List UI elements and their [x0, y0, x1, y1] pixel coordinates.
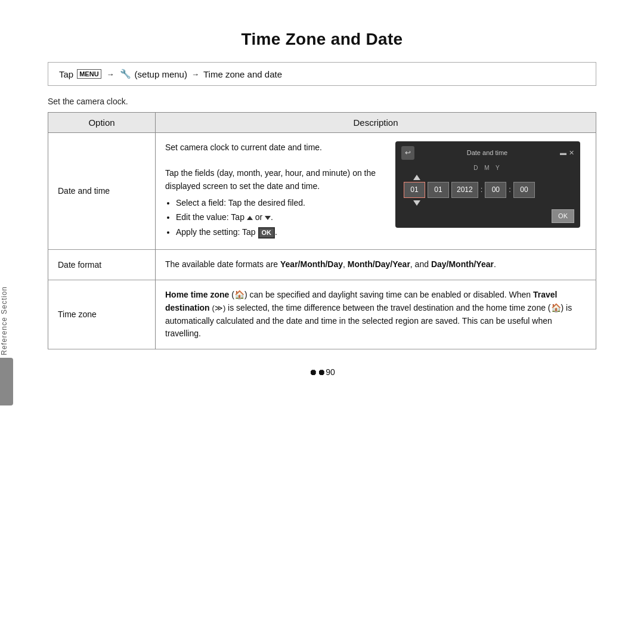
- tap-label: Tap: [59, 69, 73, 79]
- bullet-2: Edit the value: Tap or .: [176, 211, 386, 224]
- page-icon: ⏺⏺: [309, 367, 326, 377]
- dmy-label: D M Y: [401, 163, 574, 173]
- close-icon: ✕: [569, 148, 574, 158]
- month-field: 01: [428, 182, 449, 198]
- table-row-date-format: Date format The available date formats a…: [48, 249, 596, 280]
- desc-date-time-left: Set camera clock to current date and tim…: [165, 141, 386, 241]
- date-fields-row: 01 01 2012 : 00 : 00: [401, 182, 574, 198]
- cam-up-arrow-row: [401, 175, 574, 180]
- sidebar-tab: [0, 358, 13, 405]
- table-header-desc: Description: [156, 113, 596, 133]
- month-day-year: Month/Day/Year: [348, 259, 410, 269]
- triangle-down-icon: [265, 216, 271, 220]
- battery-icon: ▬: [560, 148, 566, 158]
- cam-down-arrow-icon: [413, 200, 420, 206]
- cam-down-arrow-row: [401, 200, 574, 206]
- desc-time-zone: Home time zone (🏠) can be specified and …: [156, 280, 596, 349]
- cam-ui-mockup: ↩ Date and time ▬ ✕ D M Y: [395, 141, 586, 241]
- year-month-day: Year/Month/Day: [280, 259, 343, 269]
- day-month-year: Day/Month/Year: [431, 259, 494, 269]
- home-icon: (🏠): [231, 289, 247, 302]
- travel-icon: (≫): [212, 302, 226, 314]
- page-number: ⏺⏺90: [48, 367, 596, 377]
- desc-date-time: Set camera clock to current date and tim…: [156, 133, 596, 250]
- desc-bullets: Select a field: Tap the desired filed. E…: [165, 197, 386, 239]
- table-header-option: Option: [48, 113, 156, 133]
- triangle-up-icon: [247, 216, 253, 220]
- table-row-time-zone: Time zone Home time zone (🏠) can be spec…: [48, 280, 596, 349]
- tap-dest-label: Time zone and date: [203, 69, 282, 79]
- option-date-time: Date and time: [48, 133, 156, 250]
- page-num-text: 90: [326, 367, 335, 377]
- home-time-zone-label: Home time zone: [165, 290, 229, 299]
- time-sep: :: [481, 184, 483, 196]
- menu-icon: MENU: [77, 69, 101, 79]
- back-icon: ↩: [401, 146, 414, 160]
- sidebar-label: Reference Section: [0, 286, 13, 355]
- bullet-1: Select a field: Tap the desired filed.: [176, 197, 386, 210]
- cam-ok-button[interactable]: OK: [552, 209, 574, 223]
- setup-menu-label: (setup menu): [135, 69, 187, 79]
- minute-field: 00: [513, 182, 535, 198]
- ok-icon: OK: [258, 227, 275, 238]
- option-date-format: Date format: [48, 249, 156, 280]
- cam-ok-row: OK: [401, 209, 574, 223]
- year-field: 2012: [451, 182, 478, 198]
- cam-up-arrow-icon: [413, 175, 420, 180]
- time-sep2: :: [509, 184, 511, 196]
- cam-right-icons: ▬ ✕: [560, 148, 574, 158]
- options-table: Option Description Date and time Set cam…: [48, 112, 596, 349]
- camera-date-ui: ↩ Date and time ▬ ✕ D M Y: [395, 141, 580, 228]
- tap-instruction-box: Tap MENU → 🔧 (setup menu) → Time zone an…: [48, 62, 596, 86]
- arrow2: →: [191, 70, 199, 79]
- desc-text2: Tap the fields (day, month, year, hour, …: [165, 168, 376, 191]
- desc-date-format: The available date formats are Year/Mont…: [156, 249, 596, 280]
- wrench-icon: 🔧: [120, 69, 131, 79]
- table-row-date-time: Date and time Set camera clock to curren…: [48, 133, 596, 250]
- bullet-3: Apply the setting: Tap OK.: [176, 226, 386, 239]
- hour-field: 00: [485, 182, 506, 198]
- desc-text1: Set camera clock to current date and tim…: [165, 143, 322, 152]
- cam-header: ↩ Date and time ▬ ✕: [401, 146, 574, 160]
- cam-ui-title: Date and time: [467, 148, 507, 158]
- home-icon2: (🏠): [548, 302, 564, 315]
- arrow1: →: [107, 70, 114, 79]
- day-field: 01: [404, 182, 425, 198]
- page-title: Time Zone and Date: [48, 30, 596, 49]
- option-time-zone: Time zone: [48, 280, 156, 349]
- set-clock-text: Set the camera clock.: [48, 97, 596, 106]
